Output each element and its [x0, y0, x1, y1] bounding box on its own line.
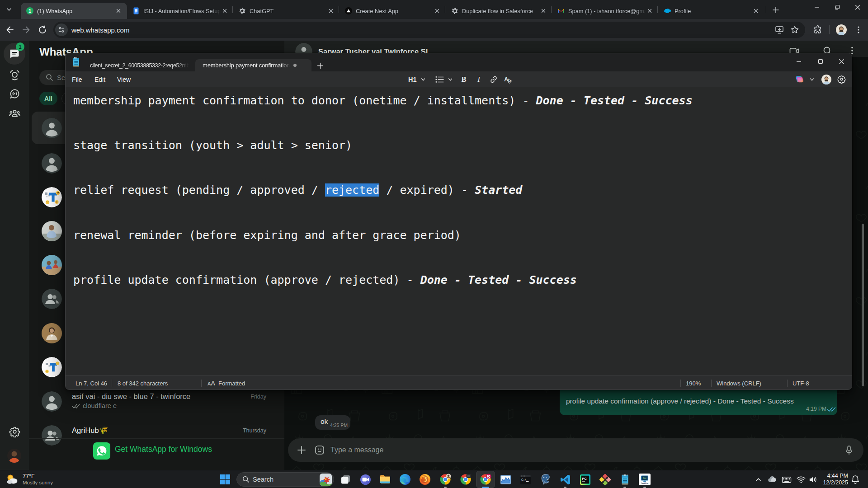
editor-bold-segment: Started [475, 183, 522, 197]
task-view-icon[interactable] [340, 474, 351, 485]
browser-tab-nextapp[interactable]: Create Next App [340, 3, 446, 19]
notepad-close-button[interactable] [831, 55, 851, 68]
browser-tab-chatgpt[interactable]: ChatGPT [233, 3, 340, 19]
tab-close-icon[interactable] [221, 7, 229, 15]
browser-menu-icon[interactable] [854, 25, 863, 35]
copilot-button[interactable] [795, 71, 814, 87]
bold-button[interactable]: B [460, 71, 468, 87]
list-style-button[interactable] [435, 71, 453, 87]
browser-profile-avatar[interactable] [836, 24, 847, 35]
settings-gear-icon[interactable] [4, 421, 25, 442]
insert-link-button[interactable] [489, 71, 499, 87]
chrome-profile2-icon[interactable] [460, 474, 472, 485]
taskbar-weather-widget[interactable]: 77°F Mostly sunny [5, 470, 53, 488]
browser-tab-docs[interactable]: ISIJ - Automation/Flows Setup [127, 3, 233, 19]
sidebar-item-channels[interactable] [4, 83, 25, 104]
chrome-profile1-icon[interactable] [439, 474, 451, 485]
tab-close-icon[interactable] [539, 7, 547, 15]
filter-chip-all[interactable]: All [39, 92, 57, 105]
browser-tab-salesforce-flow[interactable]: Duplicate flow in Salesforce [446, 3, 552, 19]
conversation-scrollbar[interactable] [862, 224, 864, 386]
window-maximize-button[interactable] [827, 0, 847, 14]
avatar-photo [42, 255, 62, 275]
bookmark-star-icon[interactable] [790, 25, 800, 35]
task-manager-icon[interactable] [500, 474, 511, 485]
get-whatsapp-banner[interactable]: Get WhatsApp for Windows [29, 439, 284, 470]
status-formatted-mode[interactable]: AA Formatted [208, 376, 245, 390]
menu-view[interactable]: View [117, 71, 131, 87]
edge-browser-icon[interactable] [399, 474, 411, 485]
taskpro-app-icon[interactable]: GetTaskPro [639, 474, 651, 485]
git-tool-icon[interactable] [599, 474, 611, 485]
chrome-profile3-active-icon[interactable]: S [480, 474, 491, 485]
taskbar-search-icon [242, 476, 250, 483]
pycharm-icon[interactable]: PC [579, 474, 591, 485]
new-tab-button[interactable] [770, 4, 782, 16]
site-settings-icon[interactable] [55, 23, 68, 36]
tab-close-icon[interactable] [327, 7, 335, 15]
reload-button[interactable] [37, 24, 48, 35]
browser-tab-whatsapp[interactable]: 1 (1) WhatsApp [21, 3, 127, 19]
firefox-browser-icon[interactable] [419, 474, 431, 485]
notepad-minimize-button[interactable] [789, 55, 809, 68]
notepad-new-tab-button[interactable] [315, 61, 325, 70]
status-zoom-level[interactable]: 190% [686, 376, 701, 390]
browser-toolbar: web.whatsapp.com [0, 19, 868, 41]
back-button[interactable] [5, 24, 15, 35]
menu-file[interactable]: File [72, 71, 82, 87]
tab-close-icon[interactable] [752, 7, 760, 15]
vscode-icon[interactable] [559, 474, 571, 485]
outgoing-message-bubble[interactable]: profile update confirmation (approve / r… [560, 387, 837, 415]
notifications-bell-icon[interactable] [850, 474, 860, 484]
onedrive-icon[interactable] [767, 474, 777, 484]
notepad-settings-gear-icon[interactable] [836, 71, 846, 87]
openai-favicon [451, 7, 458, 14]
tab-close-icon[interactable] [433, 7, 441, 15]
italic-button[interactable]: I [475, 71, 482, 87]
avatar-photo [42, 221, 62, 241]
sidebar-item-communities[interactable] [4, 103, 25, 124]
browser-tab-gmail[interactable]: Spam (1) - ishann.tforce@gmai [552, 3, 658, 19]
mic-icon[interactable] [844, 445, 854, 455]
notepad-tab-client-secret[interactable]: client_secret_2_60053885332-2reqe52rribc [84, 59, 195, 71]
volume-icon[interactable] [808, 474, 818, 484]
attach-plus-icon[interactable] [296, 445, 307, 455]
command-prompt-icon[interactable]: C:\ [519, 474, 531, 485]
tray-expand-chevron[interactable] [753, 474, 763, 484]
teams-chat-icon[interactable] [359, 474, 371, 485]
start-button[interactable] [219, 474, 231, 485]
window-minimize-button[interactable] [807, 0, 827, 14]
incoming-message-bubble[interactable]: ok 4:25 PM [315, 415, 350, 430]
notepad-maximize-button[interactable] [811, 55, 830, 68]
message-input-bar[interactable]: Type a message [288, 438, 863, 462]
profile-avatar[interactable] [7, 449, 21, 463]
window-close-button[interactable] [847, 0, 868, 14]
tab-search-icon[interactable] [4, 4, 14, 15]
message-input-placeholder[interactable]: Type a message [330, 446, 835, 454]
status-line-endings[interactable]: Windows (CRLF) [717, 376, 761, 390]
tab-close-icon[interactable] [114, 7, 123, 15]
taskbar-clock[interactable]: 4:44 PM 12/2/2025 [823, 473, 848, 486]
heading-style-button[interactable]: H1 [408, 71, 425, 87]
notepad-tab-membership[interactable]: membership payment confirmation [195, 59, 311, 71]
sticker-emoji-icon[interactable] [314, 445, 325, 455]
browser-tab-salesforce-profile[interactable]: Profile [658, 3, 764, 19]
tab-close-icon[interactable] [646, 7, 654, 15]
taskbar-search-box[interactable]: Search [236, 472, 334, 487]
address-bar[interactable]: web.whatsapp.com [53, 22, 805, 38]
install-app-icon[interactable] [774, 25, 784, 35]
postgresql-icon[interactable] [539, 474, 551, 485]
url-text[interactable]: web.whatsapp.com [71, 26, 774, 34]
clear-formatting-button[interactable]: Ab [503, 71, 513, 87]
status-encoding[interactable]: UTF-8 [793, 376, 809, 390]
touch-keyboard-icon[interactable] [782, 474, 792, 484]
notepad-editor[interactable]: membership payment confirmation to donor… [66, 87, 852, 375]
notepad-taskbar-icon[interactable] [619, 474, 631, 485]
forward-button[interactable] [21, 24, 32, 35]
menu-edit[interactable]: Edit [94, 71, 105, 87]
notepad-account-avatar[interactable] [821, 75, 831, 84]
wifi-icon[interactable] [796, 474, 806, 484]
extensions-icon[interactable] [813, 25, 823, 35]
sidebar-item-status[interactable] [4, 64, 25, 85]
file-explorer-icon[interactable] [379, 474, 391, 485]
